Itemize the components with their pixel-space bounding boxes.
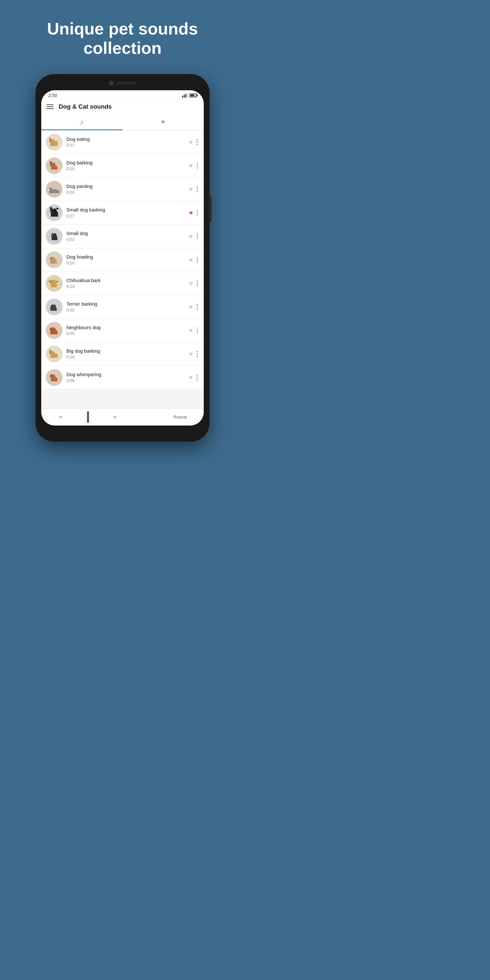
sound-item[interactable]: Dog barking0:20♥: [41, 154, 204, 178]
sound-item[interactable]: Dog eating0:27♥: [41, 130, 204, 154]
sound-avatar: [46, 251, 62, 268]
sound-duration: 0:19: [67, 284, 185, 289]
sound-info: Dog barking0:20: [67, 160, 185, 171]
shuffle-icon-right[interactable]: ✦: [112, 413, 118, 421]
sound-duration: 0:05: [67, 331, 185, 336]
sound-duration: 0:20: [67, 166, 185, 171]
sound-avatar: [46, 275, 62, 292]
svg-point-19: [52, 305, 52, 306]
svg-point-25: [51, 375, 52, 376]
favorite-button[interactable]: ♥: [189, 280, 193, 286]
sound-avatar: [46, 299, 62, 315]
favorite-button[interactable]: ♥: [189, 186, 193, 192]
sound-item[interactable]: Chihuahua bark0:19♥: [41, 272, 204, 295]
sound-actions: ♥: [189, 303, 199, 310]
favorite-button[interactable]: ♥: [189, 233, 193, 240]
more-options-button[interactable]: [196, 350, 199, 358]
sound-name: Dog eating: [67, 136, 185, 142]
sound-avatar: [46, 181, 62, 197]
svg-point-13: [52, 234, 53, 235]
sound-info: Small dog barking0:27: [67, 207, 185, 218]
more-options-button[interactable]: [196, 256, 199, 263]
tabs-bar: ♪ ♥: [41, 114, 204, 130]
sound-name: Small dog: [67, 231, 185, 236]
repeat-button[interactable]: Repeat: [173, 415, 187, 419]
sound-item[interactable]: Small dog0:02♥: [41, 225, 204, 248]
sound-actions: ♥: [189, 350, 199, 358]
sound-item[interactable]: Dog howling0:10♥: [41, 248, 204, 272]
sound-duration: 0:18: [67, 355, 185, 360]
app-title: Dog & Cat sounds: [59, 103, 112, 110]
sound-duration: 0:10: [67, 261, 185, 265]
sound-item[interactable]: Small dog barking0:27♥: [41, 201, 204, 225]
svg-rect-0: [182, 96, 183, 98]
sound-info: Neighbours dog0:05: [67, 325, 185, 336]
svg-rect-2: [185, 94, 186, 98]
favorite-button[interactable]: ♥: [189, 210, 193, 216]
more-options-button[interactable]: [196, 209, 199, 216]
svg-point-23: [50, 352, 51, 352]
sound-name: Dog whimpering: [67, 372, 185, 377]
sound-item[interactable]: Terrier barking0:02♥: [41, 295, 204, 319]
more-options-button[interactable]: [196, 327, 199, 334]
svg-point-11: [51, 210, 52, 211]
more-options-button[interactable]: [196, 138, 199, 146]
status-icons: [182, 93, 197, 98]
favorite-button[interactable]: ♥: [189, 327, 193, 334]
sound-name: Chihuahua bark: [67, 278, 185, 283]
battery-fill: [191, 94, 194, 96]
svg-point-9: [50, 189, 51, 189]
favorite-button[interactable]: ♥: [189, 374, 193, 381]
bottom-nav: ✦ ✦ Repeat: [41, 409, 204, 426]
sound-info: Small dog0:02: [67, 231, 185, 242]
sound-actions: ♥: [189, 374, 199, 381]
sound-duration: 0:02: [67, 307, 185, 312]
sound-actions: ♥: [189, 209, 199, 216]
sound-avatar: [46, 158, 62, 174]
svg-point-15: [51, 258, 52, 259]
sound-name: Dog barking: [67, 160, 185, 165]
sound-avatar: [46, 345, 62, 362]
sound-avatar: [46, 134, 62, 151]
sound-name: Terrier barking: [67, 301, 185, 307]
sound-actions: ♥: [189, 256, 199, 263]
tab-favorites[interactable]: ♥: [123, 114, 204, 130]
heart-tab-icon: ♥: [161, 118, 165, 126]
favorite-button[interactable]: ♥: [189, 351, 193, 357]
music-note-icon: ♪: [80, 118, 84, 126]
sound-actions: ♥: [189, 162, 199, 169]
more-options-button[interactable]: [196, 280, 199, 287]
sound-duration: 0:27: [67, 213, 185, 218]
phone-top-bar: [97, 79, 148, 88]
camera-dot: [109, 81, 113, 86]
play-scrubber[interactable]: [87, 411, 89, 423]
sound-duration: 0:08: [67, 378, 185, 383]
sound-info: Dog eating0:27: [67, 136, 185, 148]
status-time: 2:50: [48, 93, 57, 98]
more-options-button[interactable]: [196, 186, 199, 193]
hero-title: Unique pet sounds collection: [0, 0, 245, 71]
more-options-button[interactable]: [196, 162, 199, 169]
more-options-button[interactable]: [196, 374, 199, 381]
sound-item[interactable]: Dog whimpering0:08♥: [41, 366, 204, 390]
favorite-button[interactable]: ♥: [189, 139, 193, 145]
more-options-button[interactable]: [196, 303, 199, 310]
side-button: [209, 197, 212, 223]
phone-screen: 2:50 Dog & Cat sounds: [41, 90, 204, 426]
shuffle-icon[interactable]: ✦: [58, 413, 64, 421]
favorite-button[interactable]: ♥: [189, 304, 193, 310]
sound-info: Dog panting0:03: [67, 183, 185, 195]
sound-info: Dog whimpering0:08: [67, 372, 185, 383]
favorite-button[interactable]: ♥: [189, 162, 193, 169]
svg-rect-1: [184, 95, 185, 98]
sound-item[interactable]: Neighbours dog0:05♥: [41, 319, 204, 342]
moon-icon[interactable]: [141, 413, 150, 422]
hamburger-menu-button[interactable]: [46, 105, 54, 109]
battery-icon: [189, 94, 197, 97]
tab-sounds[interactable]: ♪: [41, 114, 123, 130]
sound-item[interactable]: Dog panting0:03♥: [41, 178, 204, 201]
more-options-button[interactable]: [196, 233, 199, 240]
sound-item[interactable]: Big dog barking0:18♥: [41, 342, 204, 366]
app-header: Dog & Cat sounds: [41, 99, 204, 114]
favorite-button[interactable]: ♥: [189, 257, 193, 263]
